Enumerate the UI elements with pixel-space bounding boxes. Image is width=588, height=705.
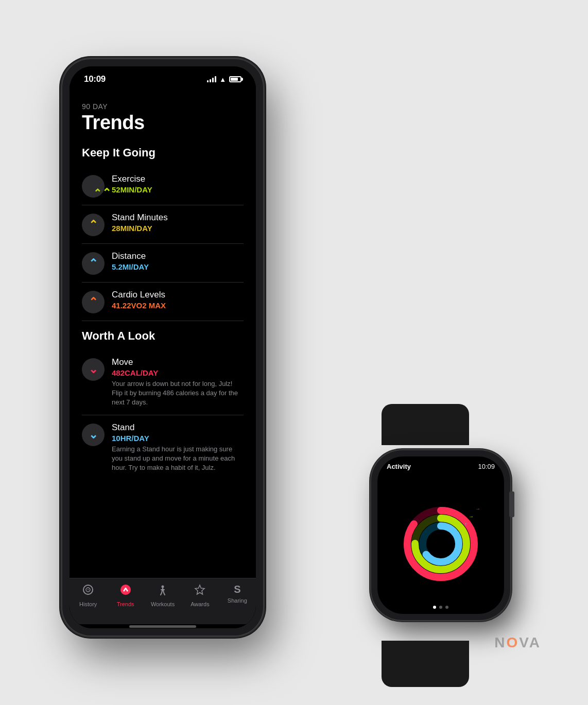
- trend-item-distance[interactable]: ⌃ Distance 5.2MI/DAY: [82, 244, 244, 283]
- keep-it-going-title: Keep It Going: [82, 146, 244, 160]
- watch-band-bottom: [382, 641, 469, 687]
- stand-minutes-value: 28MIN/DAY: [112, 224, 244, 233]
- scene: 10:09 ▲ 90 D: [37, 44, 551, 661]
- watch-time: 10:09: [478, 463, 495, 470]
- iphone-screen: 10:09 ▲ 90 D: [70, 66, 256, 628]
- home-indicator: [70, 624, 256, 628]
- stand-minutes-name: Stand Minutes: [112, 213, 244, 223]
- watch-status-bar: Activity 10:09: [377, 456, 504, 473]
- tab-bar: History Trends: [70, 578, 256, 624]
- stand-minutes-icon: ⌃: [82, 214, 105, 236]
- home-bar: [129, 625, 196, 628]
- tab-history[interactable]: History: [70, 584, 107, 607]
- stand-icon: ⌄: [82, 424, 105, 446]
- watch-dot-1: [433, 606, 436, 609]
- worth-a-look-section: Worth A Look ⌄ Move 482CAL/DAY Your arro…: [82, 329, 244, 480]
- stand-desc: Earning a Stand hour is just making sure…: [112, 445, 244, 473]
- trends-tab-label: Trends: [117, 601, 134, 607]
- status-icons: ▲: [207, 76, 241, 83]
- watch-page-dots: [377, 606, 504, 609]
- exercise-icon: ⌃: [82, 175, 105, 198]
- cardio-value: 41.22VO2 MAX: [112, 301, 244, 310]
- stand-name: Stand: [112, 422, 244, 433]
- battery-icon: [229, 76, 241, 82]
- nova-watermark: NOVA: [494, 634, 541, 651]
- watch-body: Activity 10:09: [371, 450, 510, 620]
- workouts-tab-label: Workouts: [151, 601, 175, 607]
- tab-trends[interactable]: Trends: [107, 584, 144, 607]
- move-name: Move: [112, 357, 244, 367]
- status-time: 10:09: [84, 74, 106, 84]
- page-title: Trends: [82, 112, 244, 134]
- app-content: 90 DAY Trends Keep It Going ⌃ Exercise 5…: [70, 92, 256, 628]
- iphone-device: 10:09 ▲ 90 D: [62, 59, 263, 636]
- watch-content: → → ↑: [377, 473, 504, 614]
- svg-point-4: [162, 586, 164, 588]
- svg-point-2: [88, 589, 89, 590]
- wifi-icon: ▲: [219, 76, 226, 83]
- trend-item-cardio[interactable]: ⌃ Cardio Levels 41.22VO2 MAX: [82, 283, 244, 321]
- watch-screen: Activity 10:09: [377, 456, 504, 614]
- workouts-tab-icon: [157, 584, 169, 599]
- watch-app-name: Activity: [387, 463, 411, 470]
- awards-tab-icon: [194, 584, 206, 599]
- trend-item-stand-minutes[interactable]: ⌃ Stand Minutes 28MIN/DAY: [82, 205, 244, 244]
- activity-rings: → → ↑: [400, 503, 482, 585]
- move-icon: ⌄: [82, 358, 105, 381]
- tab-workouts[interactable]: Workouts: [144, 584, 181, 607]
- watch-dot-3: [445, 606, 448, 609]
- sharing-tab-icon: S: [234, 584, 240, 595]
- day-label: 90 DAY: [82, 102, 244, 111]
- distance-value: 5.2MI/DAY: [112, 262, 244, 271]
- cardio-icon: ⌃: [82, 291, 105, 313]
- move-desc: Your arrow is down but not for long, Jul…: [112, 379, 244, 408]
- notch: [124, 66, 201, 83]
- exercise-name: Exercise: [112, 174, 244, 184]
- trends-tab-icon: [119, 584, 132, 599]
- stand-value: 10HR/DAY: [112, 434, 244, 443]
- watch-crown: [509, 491, 514, 517]
- worth-a-look-title: Worth A Look: [82, 329, 244, 343]
- tab-sharing[interactable]: S Sharing: [219, 584, 256, 604]
- scrollable-content: 90 DAY Trends Keep It Going ⌃ Exercise 5…: [70, 92, 256, 578]
- svg-marker-5: [195, 585, 204, 594]
- watch-band-top: [382, 404, 469, 445]
- trend-item-move[interactable]: ⌄ Move 482CAL/DAY Your arrow is down but…: [82, 350, 244, 415]
- move-value: 482CAL/DAY: [112, 368, 244, 377]
- sharing-tab-label: Sharing: [228, 597, 247, 604]
- exercise-value: 52MIN/DAY: [112, 185, 244, 194]
- tab-awards[interactable]: Awards: [181, 584, 218, 607]
- watch-dot-2: [439, 606, 442, 609]
- distance-icon: ⌃: [82, 252, 105, 275]
- distance-name: Distance: [112, 251, 244, 261]
- history-tab-icon: [82, 584, 94, 599]
- apple-watch: Activity 10:09: [356, 435, 536, 651]
- awards-tab-label: Awards: [191, 601, 209, 607]
- trend-item-exercise[interactable]: ⌃ Exercise 52MIN/DAY: [82, 167, 244, 205]
- history-tab-label: History: [79, 601, 97, 607]
- svg-point-3: [120, 585, 131, 595]
- signal-icon: [207, 76, 216, 82]
- trend-item-stand[interactable]: ⌄ Stand 10HR/DAY Earning a Stand hour is…: [82, 415, 244, 480]
- status-bar: 10:09 ▲: [70, 66, 256, 92]
- cardio-name: Cardio Levels: [112, 290, 244, 300]
